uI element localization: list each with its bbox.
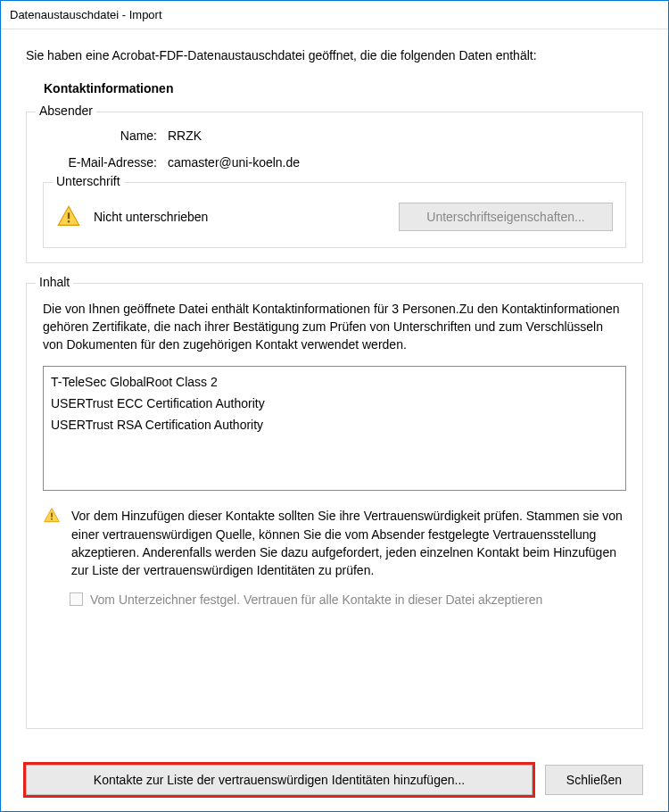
svg-rect-0 <box>68 212 70 219</box>
warning-icon <box>43 507 61 525</box>
add-contacts-button[interactable]: Kontakte zur Liste der vertrauenswürdige… <box>26 765 533 795</box>
signature-status: Nicht unterschrieben <box>94 210 386 224</box>
content-group: Inhalt Die von Ihnen geöffnete Datei ent… <box>26 283 643 729</box>
certificate-list[interactable]: T-TeleSec GlobalRoot Class 2 USERTrust E… <box>43 366 626 491</box>
close-button[interactable]: Schließen <box>545 765 643 795</box>
name-value: RRZK <box>168 128 202 143</box>
svg-rect-2 <box>51 513 53 518</box>
contact-info-heading: Kontaktinformationen <box>44 81 643 95</box>
sender-group: Absender Name: RRZK E-Mail-Adresse: cama… <box>26 112 643 263</box>
titlebar[interactable]: Datenaustauschdatei - Import <box>1 1 668 29</box>
trust-warning-text: Vor dem Hinzufügen dieser Kontakte sollt… <box>71 507 626 579</box>
list-item[interactable]: USERTrust RSA Certification Authority <box>51 415 618 436</box>
dialog-content: Sie haben eine Acrobat-FDF-Datenaustausc… <box>1 29 668 765</box>
signature-legend: Unterschrift <box>53 174 124 188</box>
warning-icon <box>56 204 81 229</box>
dialog-window: Datenaustauschdatei - Import Sie haben e… <box>0 0 669 812</box>
content-description: Die von Ihnen geöffnete Datei enthält Ko… <box>43 300 626 354</box>
list-item[interactable]: USERTrust ECC Certification Authority <box>51 394 618 415</box>
signature-group: Unterschrift Nicht unterschrieben Unters… <box>43 182 626 248</box>
name-label: Name: <box>43 128 168 143</box>
window-title: Datenaustauschdatei - Import <box>10 8 162 21</box>
svg-rect-1 <box>68 220 70 222</box>
email-value: camaster@uni-koeln.de <box>168 155 300 170</box>
content-legend: Inhalt <box>36 275 73 289</box>
list-item[interactable]: T-TeleSec GlobalRoot Class 2 <box>51 372 618 394</box>
email-label: E-Mail-Adresse: <box>43 155 168 170</box>
accept-trust-checkbox-row: Vom Unterzeichner festgel. Vertrauen für… <box>70 592 626 607</box>
sender-name-row: Name: RRZK <box>43 128 626 143</box>
svg-rect-3 <box>51 518 53 520</box>
sender-email-row: E-Mail-Adresse: camaster@uni-koeln.de <box>43 155 626 170</box>
accept-trust-checkbox <box>70 592 83 606</box>
intro-text: Sie haben eine Acrobat-FDF-Datenaustausc… <box>26 47 643 65</box>
dialog-footer: Kontakte zur Liste der vertrauenswürdige… <box>1 765 668 811</box>
sender-legend: Absender <box>36 104 96 118</box>
trust-warning-row: Vor dem Hinzufügen dieser Kontakte sollt… <box>43 507 626 579</box>
accept-trust-label: Vom Unterzeichner festgel. Vertrauen für… <box>90 592 542 607</box>
signature-properties-button: Unterschriftseigenschaften... <box>399 203 613 231</box>
